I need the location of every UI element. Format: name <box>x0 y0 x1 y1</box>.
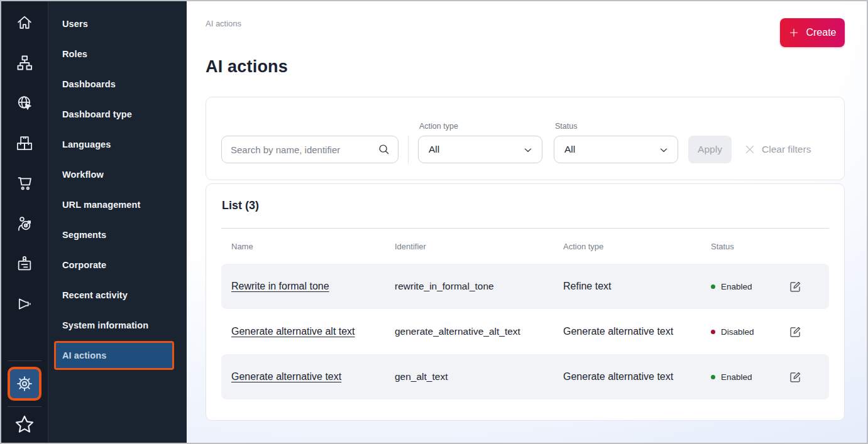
apply-button[interactable]: Apply <box>688 136 732 163</box>
sidebar-item-label: Segments <box>62 230 106 240</box>
row-action-type: Generate alternative text <box>563 371 711 382</box>
row-identifier: rewrite_in_formal_tone <box>395 281 563 292</box>
chevron-down-icon <box>658 144 669 156</box>
action-type-value: All <box>429 144 439 155</box>
row-action-type: Generate alternative text <box>563 326 711 337</box>
status-badge: Disabled <box>711 327 789 337</box>
sidebar-item-label: Dashboard type <box>62 109 132 119</box>
column-header-identifier: Identifier <box>395 242 563 251</box>
status-select[interactable]: All <box>554 136 678 163</box>
row-name-link[interactable]: Generate alternative alt text <box>231 326 395 337</box>
sidebar-item-workflow[interactable]: Workflow <box>48 160 187 190</box>
chevron-down-icon <box>522 144 534 156</box>
close-icon <box>744 143 756 156</box>
status-badge: Enabled <box>711 282 789 291</box>
target-icon[interactable] <box>11 214 38 233</box>
row-identifier: gen_alt_text <box>395 371 563 382</box>
sidebar-item-corporate[interactable]: Corporate <box>48 250 187 280</box>
action-type-label: Action type <box>418 122 542 131</box>
sidebar-item-label: Languages <box>62 139 111 149</box>
settings-gear-icon[interactable] <box>8 367 41 401</box>
sidebar-item-label: Workflow <box>62 170 104 180</box>
status-text: Enabled <box>721 372 752 382</box>
clear-filters-label: Clear filters <box>762 144 811 155</box>
sidebar-item-dashboards[interactable]: Dashboards <box>48 69 187 99</box>
rail-divider-bottom <box>8 406 41 407</box>
search-group <box>221 136 398 163</box>
status-text: Enabled <box>721 282 752 291</box>
sidebar-item-dashboard-type[interactable]: Dashboard type <box>48 99 187 129</box>
cart-icon[interactable] <box>11 174 38 193</box>
edit-icon[interactable] <box>789 369 804 384</box>
sidebar-item-label: Corporate <box>62 260 106 270</box>
filter-divider <box>408 136 409 163</box>
status-dot <box>711 330 715 334</box>
status-label: Status <box>554 122 678 131</box>
rail-bottom-section <box>8 360 41 443</box>
sidebar-item-label: Recent activity <box>62 290 128 300</box>
page-title: AI actions <box>206 57 867 77</box>
icon-rail <box>1 1 48 443</box>
home-icon[interactable] <box>11 13 38 32</box>
sitemap-icon[interactable] <box>11 53 38 72</box>
table-row: Generate alternative text gen_alt_text G… <box>221 354 829 399</box>
breadcrumb[interactable]: AI actions <box>206 1 241 28</box>
sidebar-item-url-management[interactable]: URL management <box>48 190 187 220</box>
column-header-status: Status <box>711 242 789 251</box>
sidebar-item-label: Users <box>62 19 88 29</box>
list-panel: List (3) Name Identifier Action type Sta… <box>206 183 845 421</box>
row-name-link[interactable]: Generate alternative text <box>231 371 395 382</box>
search-input[interactable] <box>221 136 398 163</box>
sidebar-item-system-information[interactable]: System information <box>48 310 187 340</box>
status-text: Disabled <box>721 327 754 337</box>
badge-icon[interactable] <box>11 254 38 273</box>
sidebar-item-label: Roles <box>62 49 87 59</box>
status-value: All <box>564 144 575 155</box>
sidebar-item-languages[interactable]: Languages <box>48 129 187 160</box>
sidebar-item-roles[interactable]: Roles <box>48 39 187 69</box>
row-identifier: generate_alternative_alt_text <box>395 326 563 337</box>
row-action-type: Refine text <box>563 281 711 292</box>
action-type-filter: Action type All <box>418 122 542 163</box>
edit-icon[interactable] <box>789 324 804 339</box>
main-content: AI actions Create AI actions Action type <box>187 1 867 443</box>
sidebar-item-users[interactable]: Users <box>48 9 187 39</box>
table-row: Rewrite in formal tone rewrite_in_formal… <box>221 264 829 309</box>
sidebar-item-recent-activity[interactable]: Recent activity <box>48 280 187 310</box>
sidebar-item-label: URL management <box>62 200 140 210</box>
table-row: Generate alternative alt text generate_a… <box>221 309 829 354</box>
status-filter: Status All <box>554 122 678 163</box>
settings-menu: Users Roles Dashboards Dashboard type La… <box>48 1 187 443</box>
list-heading: List (3) <box>221 199 829 212</box>
app-window: Users Roles Dashboards Dashboard type La… <box>0 0 868 444</box>
packages-icon[interactable] <box>11 134 38 153</box>
create-button[interactable]: Create <box>780 18 845 47</box>
star-icon[interactable] <box>14 414 35 435</box>
clear-filters-button[interactable]: Clear filters <box>744 136 811 163</box>
create-button-label: Create <box>806 27 836 38</box>
status-badge: Enabled <box>711 372 789 382</box>
sidebar-item-segments[interactable]: Segments <box>48 220 187 250</box>
column-header-name: Name <box>231 242 395 251</box>
megaphone-icon[interactable] <box>11 295 38 313</box>
plus-icon <box>788 27 799 38</box>
sidebar-item-label: Dashboards <box>62 79 116 89</box>
sidebar-item-ai-actions[interactable]: AI actions <box>54 341 174 370</box>
status-dot <box>711 284 715 289</box>
sidebar-item-label: AI actions <box>62 350 106 360</box>
table-header: Name Identifier Action type Status <box>221 229 829 264</box>
globe-icon[interactable] <box>11 94 38 112</box>
column-header-action-type: Action type <box>563 242 711 251</box>
search-icon[interactable] <box>377 143 391 156</box>
row-name-link[interactable]: Rewrite in formal tone <box>231 281 395 292</box>
action-type-select[interactable]: All <box>418 136 542 163</box>
edit-icon[interactable] <box>789 279 804 294</box>
filter-panel: Action type All Status All <box>206 97 845 180</box>
status-dot <box>711 375 715 379</box>
rail-divider-top <box>8 360 41 361</box>
sidebar-item-label: System information <box>62 320 148 330</box>
